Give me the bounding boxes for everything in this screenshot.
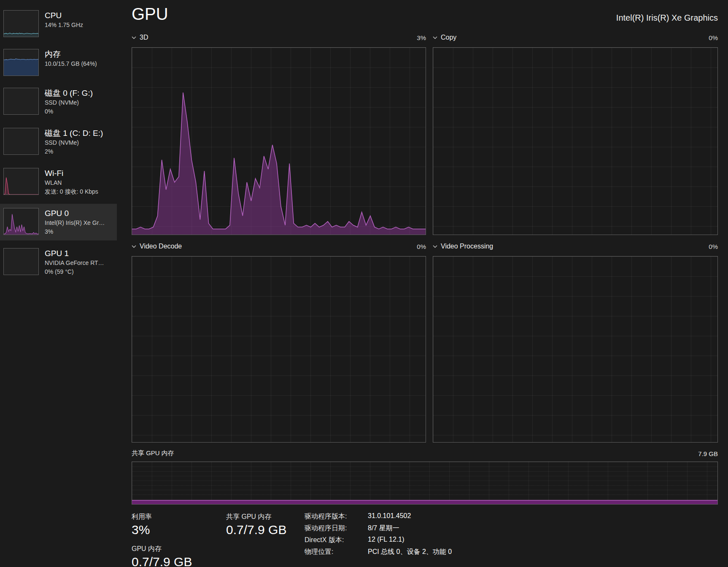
sidebar-item-sub: WLAN: [45, 178, 98, 187]
driver-version-value: 31.0.101.4502: [368, 512, 452, 521]
shared-memory-label: 共享 GPU 内存: [226, 512, 305, 521]
utilization-value: 3%: [132, 521, 226, 538]
cpu-mini-chart: [3, 10, 39, 37]
gpu1-mini-chart: [3, 248, 39, 275]
engine-copy-percent: 0%: [709, 34, 718, 41]
gpu-device-name: Intel(R) Iris(R) Xe Graphics: [616, 13, 718, 26]
chart-shared-memory: [132, 462, 718, 505]
sidebar-item-sub: 14% 1.75 GHz: [45, 21, 83, 30]
disk1-mini-chart: [3, 128, 39, 155]
sidebar-item-sub: SSD (NVMe): [45, 138, 103, 147]
wifi-mini-chart: [3, 168, 39, 195]
gpu-detail-pane: GPU Intel(R) Iris(R) Xe Graphics 3D 3% C…: [127, 0, 728, 567]
gpu-stats: 利用率 3% GPU 内存 0.7/7.9 GB 共享 GPU 内存 0.7/7…: [132, 512, 718, 567]
sidebar-item-sub2: 2%: [45, 147, 103, 156]
engine-label-video-decode: Video Decode: [140, 243, 182, 250]
sidebar-item-sub2: 3%: [45, 227, 105, 236]
sidebar-item-title: GPU 1: [45, 248, 104, 259]
sidebar-item-sub2: 0% (59 °C): [45, 267, 104, 276]
sidebar-item-title: 磁盘 1 (C: D: E:): [45, 128, 103, 138]
sidebar-item-memory[interactable]: 内存 10.0/15.7 GB (64%): [0, 45, 117, 80]
utilization-label: 利用率: [132, 512, 226, 521]
physical-location-value: PCI 总线 0、设备 2、功能 0: [368, 548, 452, 556]
sidebar-item-title: 内存: [45, 49, 97, 59]
sidebar-item-title: GPU 0: [45, 208, 105, 219]
sidebar-item-title: Wi-Fi: [45, 168, 98, 178]
shared-memory-value: 0.7/7.9 GB: [226, 521, 305, 538]
sidebar-item-gpu1[interactable]: GPU 1 NVIDIA GeForce RT… 0% (59 °C): [0, 244, 117, 281]
sidebar-item-sub2: 发送: 0 接收: 0 Kbps: [45, 187, 98, 196]
chart-video-processing: [433, 256, 718, 443]
engine-label-3d: 3D: [140, 34, 148, 41]
sidebar-item-gpu0[interactable]: GPU 0 Intel(R) Iris(R) Xe Gr… 3%: [0, 204, 117, 240]
sidebar-item-title: CPU: [45, 10, 83, 21]
shared-memory-max-label: 7.9 GB: [698, 450, 718, 457]
chart-video-decode: [132, 256, 426, 443]
sidebar-item-sub: SSD (NVMe): [45, 98, 93, 107]
sidebar-item-sub: Intel(R) Iris(R) Xe Gr…: [45, 219, 105, 227]
sidebar-item-wifi[interactable]: Wi-Fi WLAN 发送: 0 接收: 0 Kbps: [0, 164, 117, 200]
performance-sidebar: CPU 14% 1.75 GHz 内存 10.0/15.7 GB (64%) 磁…: [0, 0, 127, 567]
driver-date-value: 8/7 星期一: [368, 524, 452, 533]
sidebar-item-disk1[interactable]: 磁盘 1 (C: D: E:) SSD (NVMe) 2%: [0, 124, 117, 160]
physical-location-label: 物理位置:: [305, 548, 368, 556]
driver-version-label: 驱动程序版本:: [305, 512, 368, 521]
directx-version-label: DirectX 版本:: [305, 536, 368, 545]
engine-video-decode-percent: 0%: [417, 243, 426, 250]
engine-label-video-processing: Video Processing: [441, 243, 493, 250]
sidebar-item-sub2: 0%: [45, 107, 93, 116]
directx-version-value: 12 (FL 12.1): [368, 536, 452, 545]
gpu0-mini-chart: [3, 208, 39, 235]
memory-mini-chart: [3, 49, 39, 76]
gpu-memory-value: 0.7/7.9 GB: [132, 554, 226, 567]
page-title: GPU: [132, 2, 168, 26]
shared-memory-strip-label: 共享 GPU 内存: [132, 449, 174, 457]
chart-3d: [132, 47, 426, 235]
chart-copy: [433, 47, 718, 235]
sidebar-item-cpu[interactable]: CPU 14% 1.75 GHz: [0, 6, 117, 41]
chevron-down-icon[interactable]: [132, 245, 136, 248]
engine-label-copy: Copy: [441, 34, 456, 41]
engine-3d-percent: 3%: [417, 34, 426, 41]
chevron-down-icon[interactable]: [433, 245, 437, 248]
sidebar-item-sub: 10.0/15.7 GB (64%): [45, 59, 97, 68]
gpu-memory-label: GPU 内存: [132, 544, 226, 554]
engine-video-processing-percent: 0%: [709, 243, 718, 250]
sidebar-item-disk0[interactable]: 磁盘 0 (F: G:) SSD (NVMe) 0%: [0, 84, 117, 120]
chevron-down-icon[interactable]: [433, 36, 437, 39]
sidebar-item-sub: NVIDIA GeForce RT…: [45, 259, 104, 267]
sidebar-item-title: 磁盘 0 (F: G:): [45, 88, 93, 98]
driver-info: 驱动程序版本: 31.0.101.4502 驱动程序日期: 8/7 星期一 Di…: [305, 512, 452, 567]
disk0-mini-chart: [3, 88, 39, 115]
driver-date-label: 驱动程序日期:: [305, 524, 368, 533]
chevron-down-icon[interactable]: [132, 36, 136, 39]
